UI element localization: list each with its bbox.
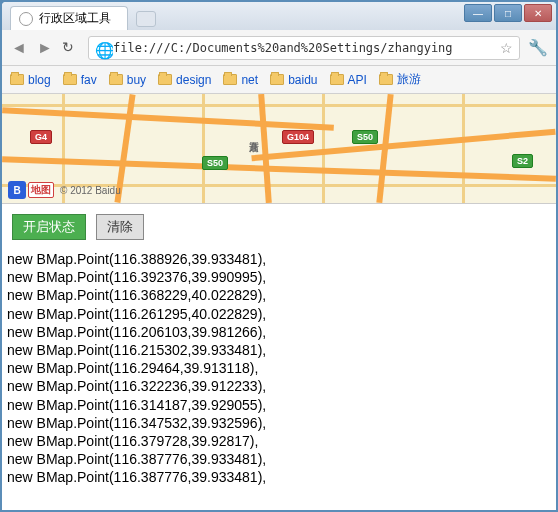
bookmark-label: design [176, 73, 211, 87]
road-shield: G4 [30, 130, 52, 144]
code-line: new BMap.Point(116.215302,39.933481), [7, 341, 551, 359]
code-line: new BMap.Point(116.29464,39.913118), [7, 359, 551, 377]
map-copyright: © 2012 Baidu [60, 185, 121, 196]
baidu-paw-icon: B [8, 181, 26, 199]
map-area[interactable]: G4S50G104S50S2 京开高速 B 地图 © 2012 Baidu [2, 94, 556, 204]
code-line: new BMap.Point(116.392376,39.990995), [7, 268, 551, 286]
bookmarks-bar: blogfavbuydesignnetbaiduAPI旅游 [2, 66, 556, 94]
bookmark-item[interactable]: net [223, 73, 258, 87]
code-line: new BMap.Point(116.368229,40.022829), [7, 286, 551, 304]
page-content: G4S50G104S50S2 京开高速 B 地图 © 2012 Baidu 开启… [2, 94, 556, 510]
new-tab-button[interactable] [136, 11, 156, 27]
globe-icon: 🌐 [95, 41, 109, 55]
folder-icon [330, 74, 344, 85]
url-bar[interactable]: 🌐 ☆ [88, 36, 520, 60]
bookmark-label: blog [28, 73, 51, 87]
code-line: new BMap.Point(116.387776,39.933481), [7, 468, 551, 486]
code-line: new BMap.Point(116.261295,40.022829), [7, 305, 551, 323]
code-line: new BMap.Point(116.206103,39.981266), [7, 323, 551, 341]
bookmark-item[interactable]: baidu [270, 73, 317, 87]
browser-window: 行政区域工具 — □ ✕ ◄ ► ↻ 🌐 ☆ 🔧 blogfavbuydesig… [2, 2, 556, 510]
folder-icon [158, 74, 172, 85]
clear-button[interactable]: 清除 [96, 214, 144, 240]
window-controls: — □ ✕ [464, 4, 552, 22]
folder-icon [109, 74, 123, 85]
road-shield: S50 [352, 130, 378, 144]
forward-button[interactable]: ► [36, 39, 54, 57]
baidu-logo: B 地图 © 2012 Baidu [8, 181, 121, 199]
maximize-button[interactable]: □ [494, 4, 522, 22]
open-status-button[interactable]: 开启状态 [12, 214, 86, 240]
settings-wrench-icon[interactable]: 🔧 [528, 38, 548, 57]
code-line: new BMap.Point(116.347532,39.932596), [7, 414, 551, 432]
bookmark-label: fav [81, 73, 97, 87]
toolbar: ◄ ► ↻ 🌐 ☆ 🔧 [2, 30, 556, 66]
bookmark-label: API [348, 73, 367, 87]
folder-icon [63, 74, 77, 85]
code-line: new BMap.Point(116.388926,39.933481), [7, 250, 551, 268]
bookmark-item[interactable]: API [330, 73, 367, 87]
back-button[interactable]: ◄ [10, 39, 28, 57]
url-input[interactable] [113, 41, 496, 55]
code-line: new BMap.Point(116.387776,39.933481), [7, 450, 551, 468]
bookmark-label: 旅游 [397, 71, 421, 88]
reload-button[interactable]: ↻ [62, 39, 80, 57]
code-line: new BMap.Point(116.379728,39.92817), [7, 432, 551, 450]
folder-icon [223, 74, 237, 85]
bookmark-item[interactable]: 旅游 [379, 71, 421, 88]
close-button[interactable]: ✕ [524, 4, 552, 22]
folder-icon [270, 74, 284, 85]
code-line: new BMap.Point(116.322236,39.912233), [7, 377, 551, 395]
code-output: new BMap.Point(116.388926,39.933481),new… [2, 250, 556, 486]
bookmark-star-icon[interactable]: ☆ [500, 40, 513, 56]
baidu-ditu-label: 地图 [28, 182, 54, 198]
titlebar: 行政区域工具 — □ ✕ [2, 2, 556, 30]
road-shield: S2 [512, 154, 533, 168]
page-icon [19, 12, 33, 26]
bookmark-item[interactable]: design [158, 73, 211, 87]
browser-tab[interactable]: 行政区域工具 [10, 6, 128, 30]
controls-row: 开启状态 清除 [2, 204, 556, 250]
folder-icon [10, 74, 24, 85]
bookmark-item[interactable]: blog [10, 73, 51, 87]
bookmark-label: baidu [288, 73, 317, 87]
bookmark-label: buy [127, 73, 146, 87]
bookmark-label: net [241, 73, 258, 87]
code-line: new BMap.Point(116.314187,39.929055), [7, 396, 551, 414]
bookmark-item[interactable]: fav [63, 73, 97, 87]
minimize-button[interactable]: — [464, 4, 492, 22]
tab-title: 行政区域工具 [39, 10, 111, 27]
folder-icon [379, 74, 393, 85]
road-shield: G104 [282, 130, 314, 144]
bookmark-item[interactable]: buy [109, 73, 146, 87]
road-shield: S50 [202, 156, 228, 170]
